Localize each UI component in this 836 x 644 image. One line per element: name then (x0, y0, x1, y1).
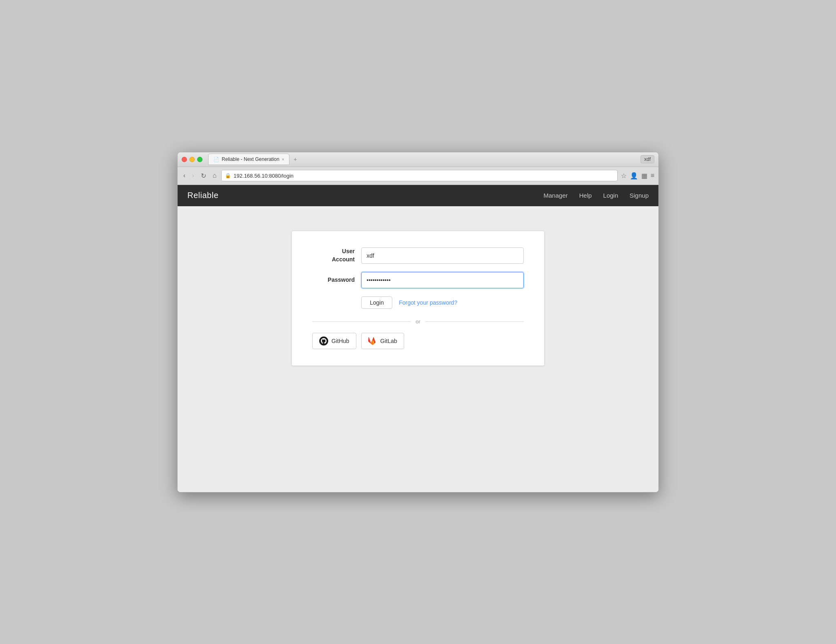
qr-icon[interactable]: ▦ (641, 172, 647, 180)
menu-icon[interactable]: ≡ (651, 172, 654, 179)
traffic-lights (182, 157, 202, 162)
nav-links: Manager Help Login Signup (544, 192, 649, 199)
forgot-password-link[interactable]: Forgot your password? (399, 299, 457, 306)
nav-link-signup[interactable]: Signup (629, 192, 649, 199)
tab-title: Reliable - Next Generation (222, 156, 279, 162)
login-button[interactable]: Login (361, 296, 392, 309)
address-bar-actions: ☆ 👤 ▦ ≡ (621, 172, 654, 180)
user-account-input[interactable] (361, 247, 524, 264)
maximize-button[interactable] (197, 157, 202, 162)
github-icon (319, 336, 328, 345)
github-label: GitHub (331, 338, 349, 344)
browser-tab[interactable]: 📄 Reliable - Next Generation × (208, 154, 289, 165)
or-divider: or (312, 319, 524, 325)
oauth-buttons: GitHub GitLab (312, 333, 524, 349)
browser-window: 📄 Reliable - Next Generation × + xdf ‹ ›… (177, 152, 659, 492)
tab-favicon-icon: 📄 (213, 157, 219, 162)
github-button[interactable]: GitHub (312, 333, 356, 349)
profile-badge: xdf (640, 155, 654, 163)
password-input[interactable] (361, 272, 524, 288)
login-card: UserAccount Password Login Forgot your p… (291, 231, 545, 366)
app-navigation: Reliable Manager Help Login Signup (178, 185, 658, 206)
back-button[interactable]: ‹ (182, 171, 187, 180)
title-bar: 📄 Reliable - Next Generation × + xdf (178, 152, 658, 167)
app-logo: Reliable (187, 191, 218, 200)
profile-icon[interactable]: 👤 (630, 172, 638, 180)
home-button[interactable]: ⌂ (211, 171, 218, 180)
gitlab-button[interactable]: GitLab (361, 333, 404, 349)
lock-icon: 🔒 (225, 173, 231, 178)
nav-link-login[interactable]: Login (603, 192, 618, 199)
minimize-button[interactable] (189, 157, 195, 162)
password-row: Password (312, 272, 524, 288)
address-bar: ‹ › ↻ ⌂ 🔒 192.168.56.10:8080/login ☆ 👤 ▦… (178, 167, 658, 185)
gitlab-icon (368, 336, 377, 345)
nav-link-manager[interactable]: Manager (544, 192, 568, 199)
address-bar-input[interactable]: 🔒 192.168.56.10:8080/login (221, 170, 617, 181)
forward-button[interactable]: › (190, 171, 196, 180)
reload-button[interactable]: ↻ (199, 171, 208, 180)
tab-close-icon[interactable]: × (282, 157, 284, 162)
star-icon[interactable]: ☆ (621, 172, 627, 180)
address-text: 192.168.56.10:8080/login (233, 173, 293, 179)
close-button[interactable] (182, 157, 187, 162)
tab-bar: 📄 Reliable - Next Generation × + (208, 154, 637, 165)
nav-link-help[interactable]: Help (579, 192, 592, 199)
login-actions: Login Forgot your password? (361, 296, 524, 309)
password-label: Password (312, 276, 361, 284)
user-account-row: UserAccount (312, 247, 524, 264)
new-tab-button[interactable]: + (291, 155, 299, 163)
gitlab-label: GitLab (380, 338, 397, 344)
page-content: UserAccount Password Login Forgot your p… (178, 206, 658, 492)
or-text: or (411, 319, 425, 325)
user-account-label: UserAccount (312, 247, 361, 263)
